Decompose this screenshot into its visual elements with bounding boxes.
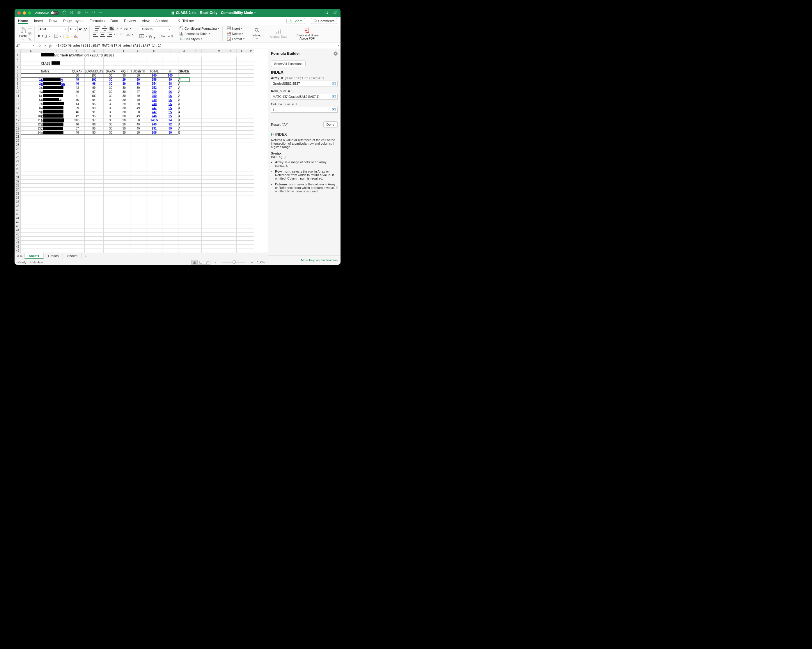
col-head-C[interactable]: C (70, 49, 85, 53)
row-head-9[interactable]: 9 (15, 86, 21, 90)
row-head-17[interactable]: 17 (15, 118, 21, 122)
font-name-select[interactable]: Arial▾ (38, 26, 67, 32)
row-head-22[interactable]: 22 (15, 139, 21, 143)
share-button[interactable]: Share (286, 18, 305, 24)
row-head-32[interactable]: 32 (15, 180, 21, 184)
wrap-text-icon[interactable] (124, 26, 128, 31)
tell-me-button[interactable]: Tell me (183, 19, 194, 23)
expand-formula-bar-icon[interactable]: ▾ (336, 43, 340, 49)
col-head-I[interactable]: I (162, 49, 178, 53)
row-head-46[interactable]: 46 (15, 237, 21, 241)
col-head-L[interactable]: L (201, 49, 213, 53)
col-head-K[interactable]: K (190, 49, 201, 53)
autosave-toggle[interactable]: AutoSave OFF (35, 11, 59, 15)
more-icon[interactable]: ⋯ (99, 11, 102, 15)
col-head-N[interactable]: N (225, 49, 236, 53)
row-head-44[interactable]: 44 (15, 229, 21, 232)
row-head-16[interactable]: 16 (15, 115, 21, 118)
row-head-18[interactable]: 18 (15, 122, 21, 127)
row-head-45[interactable]: 45 (15, 232, 21, 237)
col-head-A[interactable]: A (21, 49, 41, 53)
sheet-nav-next-icon[interactable]: ▶ (20, 254, 23, 258)
align-top-icon[interactable] (95, 26, 101, 31)
col-head-M[interactable]: M (213, 49, 225, 53)
maximize-window-button[interactable] (28, 11, 31, 15)
format-cells-button[interactable]: Format▾ (226, 37, 245, 41)
row-head-23[interactable]: 23 (15, 143, 21, 147)
row-head-13[interactable]: 13 (15, 102, 21, 106)
copy-icon[interactable] (28, 31, 32, 36)
row-head-33[interactable]: 33 (15, 184, 21, 188)
row-head-48[interactable]: 48 (15, 245, 21, 249)
row-head-11[interactable]: 11 (15, 94, 21, 98)
align-bottom-icon[interactable] (109, 26, 114, 31)
zoom-in-button[interactable]: + (251, 261, 253, 264)
zoom-out-button[interactable]: − (215, 261, 216, 264)
done-button[interactable]: Done (324, 121, 338, 128)
editing-button[interactable]: Editing▾ (252, 27, 263, 40)
sheet-tab-grades[interactable]: Grades (44, 253, 63, 259)
row-head-39[interactable]: 39 (15, 208, 21, 212)
home-icon[interactable] (62, 10, 67, 15)
decrease-font-icon[interactable]: A▾ (84, 27, 87, 31)
minimize-window-button[interactable] (23, 11, 26, 15)
cancel-formula-icon[interactable]: ✕ (39, 44, 42, 48)
print-icon[interactable] (77, 10, 81, 15)
orientation-icon[interactable]: ⤢ (116, 27, 119, 31)
share-people-icon[interactable] (333, 10, 337, 16)
accounting-icon[interactable]: £ (139, 34, 144, 39)
row-head-2[interactable]: 2 (15, 57, 21, 61)
row-head-27[interactable]: 27 (15, 159, 21, 163)
increase-indent-icon[interactable] (120, 33, 124, 37)
align-middle-icon[interactable] (102, 26, 107, 31)
tab-page-layout[interactable]: Page Layout (63, 18, 84, 24)
adobe-pdf-button[interactable]: Create and ShareAdobe PDF (295, 27, 320, 40)
row-head-43[interactable]: 43 (15, 224, 21, 229)
col-head-P[interactable]: P (248, 49, 254, 53)
col-head-H[interactable]: H (146, 49, 162, 53)
close-window-button[interactable] (17, 11, 21, 15)
percent-icon[interactable]: % (149, 34, 152, 38)
row-head-40[interactable]: 40 (15, 212, 21, 216)
range-select-icon[interactable] (332, 82, 336, 85)
row-head-31[interactable]: 31 (15, 176, 21, 180)
selected-cell[interactable]: A* (178, 78, 190, 82)
row-head-5[interactable]: 5 (15, 70, 21, 73)
decrease-indent-icon[interactable] (114, 33, 118, 37)
cell-styles-button[interactable]: Cell Styles▾ (179, 37, 220, 41)
row-head-15[interactable]: 15 (15, 110, 21, 115)
row-head-47[interactable]: 47 (15, 241, 21, 245)
row-head-29[interactable]: 29 (15, 167, 21, 171)
row-head-37[interactable]: 37 (15, 200, 21, 204)
col-head-J[interactable]: J (178, 49, 190, 53)
increase-font-icon[interactable]: A▴ (79, 27, 82, 31)
tab-acrobat[interactable]: Acrobat (156, 18, 168, 24)
row-head-10[interactable]: 10 (15, 90, 21, 94)
merge-icon[interactable] (126, 33, 130, 37)
row-head-14[interactable]: 14 (15, 106, 21, 110)
italic-button[interactable]: I (42, 34, 43, 38)
format-painter-icon[interactable] (28, 37, 32, 42)
col-head-E[interactable]: E (103, 49, 118, 53)
col-head-B[interactable]: B (41, 49, 70, 53)
page-break-view-button[interactable] (204, 260, 211, 264)
name-box[interactable]: J7▾ (15, 43, 37, 49)
formula-input[interactable]: =INDEX(Grades!$B$2:$B$7,MATCH(I7,Grades!… (54, 44, 336, 47)
sheet-nav-prev-icon[interactable]: ◀ (16, 254, 18, 258)
row-head-7[interactable]: 7 (15, 78, 21, 82)
col-head-G[interactable]: G (130, 49, 146, 53)
tab-review[interactable]: Review (124, 18, 136, 24)
page-layout-view-button[interactable] (198, 260, 204, 264)
row-head-24[interactable]: 24 (15, 147, 21, 151)
accept-formula-icon[interactable]: ✓ (44, 44, 47, 48)
row-head-30[interactable]: 30 (15, 171, 21, 176)
font-color-button[interactable]: A (74, 34, 78, 38)
row-head-6[interactable]: 6 (15, 73, 21, 78)
tab-formulas[interactable]: Formulas (89, 18, 104, 24)
analyse-data-button[interactable]: Analyse Data (269, 29, 288, 38)
decrease-decimal-icon[interactable]: ←.0 (167, 35, 172, 38)
zoom-slider[interactable] (222, 262, 245, 263)
delete-cells-button[interactable]: Delete▾ (226, 31, 245, 36)
border-button[interactable] (54, 34, 58, 38)
row-head-19[interactable]: 19 (15, 127, 21, 131)
